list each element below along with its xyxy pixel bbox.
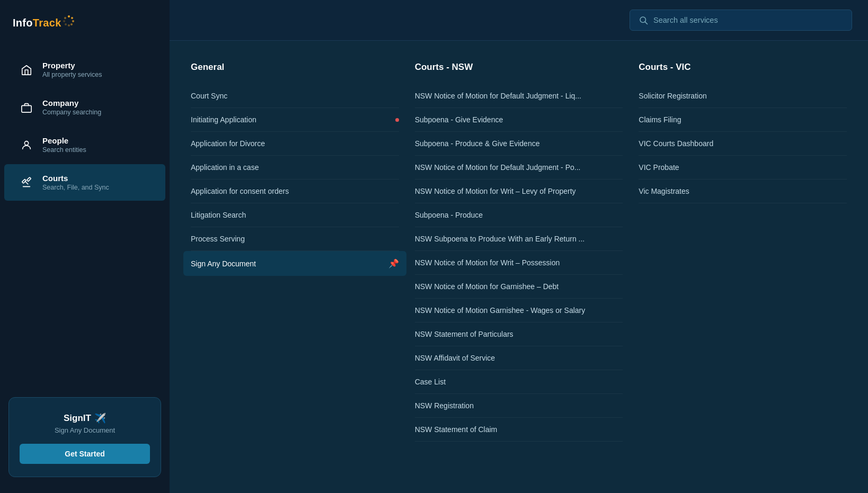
content-area: General Court Sync Initiating Applicatio…: [170, 41, 868, 493]
svg-point-4: [68, 24, 70, 26]
general-menu-item-7[interactable]: Sign Any Document 📌: [183, 251, 406, 276]
svg-point-9: [24, 141, 28, 145]
svg-line-12: [25, 181, 28, 184]
general-header: General: [191, 62, 399, 73]
signit-title: SignIT ✈️: [20, 413, 150, 424]
nsw-menu-item-4[interactable]: NSW Notice of Motion for Writ – Levy of …: [415, 180, 623, 203]
logo-icon: [63, 15, 75, 26]
search-box[interactable]: [630, 10, 852, 31]
nsw-menu-item-0[interactable]: NSW Notice of Motion for Default Judgmen…: [415, 84, 623, 108]
nsw-menu-item-14[interactable]: NSW Statement of Claim: [415, 418, 623, 442]
sidebar-item-courts[interactable]: Courts Search, File, and Sync: [4, 164, 165, 201]
general-section: General Court Sync Initiating Applicatio…: [191, 62, 399, 472]
person-icon: [17, 139, 36, 151]
general-menu-item-1[interactable]: Initiating Application: [191, 108, 399, 132]
vic-menu-item-3[interactable]: VIC Probate: [639, 156, 847, 180]
search-icon: [639, 15, 648, 25]
courts-nsw-section: Courts - NSW NSW Notice of Motion for De…: [415, 62, 623, 472]
svg-point-6: [63, 20, 65, 22]
sidebar-item-company[interactable]: Company Company searching: [4, 89, 165, 126]
general-menu-item-4[interactable]: Application for consent orders: [191, 180, 399, 203]
svg-point-2: [72, 20, 74, 22]
get-started-button[interactable]: Get Started: [20, 444, 150, 464]
nsw-menu-item-11[interactable]: NSW Affidavit of Service: [415, 346, 623, 370]
svg-point-5: [65, 23, 67, 25]
vic-menu-item-0[interactable]: Solicitor Registration: [639, 84, 847, 108]
sidebar-item-property[interactable]: Property All property services: [4, 51, 165, 88]
nsw-menu-item-9[interactable]: NSW Notice of Motion Garnishee - Wages o…: [415, 299, 623, 322]
nsw-menu-item-8[interactable]: NSW Notice of Motion for Garnishee – Deb…: [415, 275, 623, 299]
vic-menu-item-2[interactable]: VIC Courts Dashboard: [639, 132, 847, 156]
logo-area: InfoTrack: [0, 0, 170, 45]
courts-nsw-header: Courts - NSW: [415, 62, 623, 73]
nav-item-property-text: Property All property services: [42, 61, 102, 78]
svg-point-0: [68, 15, 70, 17]
home-icon: [17, 64, 36, 76]
svg-rect-8: [22, 105, 31, 112]
nsw-menu-item-6[interactable]: NSW Subpoena to Produce With an Early Re…: [415, 227, 623, 251]
nav-item-courts-text: Courts Search, File, and Sync: [42, 174, 109, 191]
vic-menu-item-4[interactable]: Vic Magistrates: [639, 180, 847, 203]
nav-item-company-text: Company Company searching: [42, 98, 101, 116]
vic-menu-item-1[interactable]: Claims Filing: [639, 108, 847, 132]
general-menu-item-6[interactable]: Process Serving: [191, 227, 399, 251]
nsw-menu-item-12[interactable]: Case List: [415, 370, 623, 394]
nsw-menu-item-5[interactable]: Subpoena - Produce: [415, 203, 623, 227]
gavel-icon: [17, 177, 36, 189]
general-menu-item-2[interactable]: Application for Divorce: [191, 132, 399, 156]
signit-subtitle: Sign Any Document: [20, 426, 150, 434]
sidebar-item-people[interactable]: People Search entities: [4, 127, 165, 163]
main-content: General Court Sync Initiating Applicatio…: [170, 0, 868, 493]
topbar: [170, 0, 868, 41]
nsw-menu-item-1[interactable]: Subpoena - Give Evidence: [415, 108, 623, 132]
nsw-menu-item-2[interactable]: Subpoena - Produce & Give Evidence: [415, 132, 623, 156]
sidebar: InfoTrack Proper: [0, 0, 170, 493]
general-menu-item-5[interactable]: Litigation Search: [191, 203, 399, 227]
signit-plane-icon: ✈️: [94, 413, 106, 424]
briefcase-icon: [17, 102, 36, 113]
general-menu-item-3[interactable]: Application in a case: [191, 156, 399, 180]
svg-rect-11: [27, 177, 31, 181]
courts-vic-section: Courts - VIC Solicitor Registration Clai…: [639, 62, 847, 472]
search-input[interactable]: [653, 16, 843, 24]
nsw-menu-item-13[interactable]: NSW Registration: [415, 394, 623, 418]
svg-point-7: [64, 17, 66, 19]
nsw-menu-item-3[interactable]: NSW Notice of Motion for Default Judgmen…: [415, 156, 623, 180]
logo-text: InfoTrack: [13, 15, 75, 29]
general-menu-item-0[interactable]: Court Sync: [191, 84, 399, 108]
svg-point-1: [71, 17, 73, 19]
nav-menu: Property All property services Company C…: [0, 45, 170, 387]
nsw-menu-item-10[interactable]: NSW Statement of Particulars: [415, 322, 623, 346]
nsw-menu-item-7[interactable]: NSW Notice of Motion for Writ – Possessi…: [415, 251, 623, 275]
signit-box: SignIT ✈️ Sign Any Document Get Started: [8, 397, 161, 477]
svg-point-3: [70, 23, 73, 25]
svg-line-14: [645, 22, 647, 24]
pin-icon: 📌: [388, 258, 399, 268]
nav-item-people-text: People Search entities: [42, 136, 86, 154]
red-dot-indicator: [395, 118, 399, 122]
courts-vic-header: Courts - VIC: [639, 62, 847, 73]
